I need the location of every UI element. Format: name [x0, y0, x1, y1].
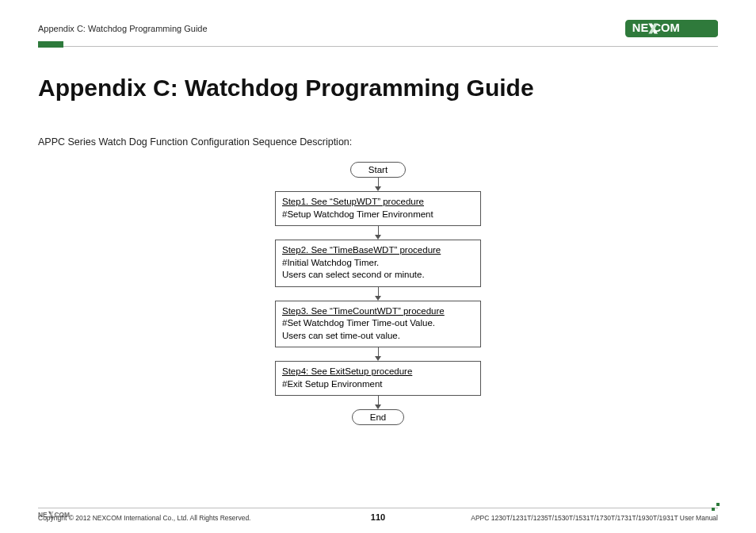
header-accent-tab [38, 41, 63, 48]
flow-step-link: Step3. See “TimeCountWDT” procedure [282, 305, 474, 318]
flow-end-node: End [352, 409, 404, 425]
header-breadcrumb: Appendix C: Watchdog Programming Guide [38, 24, 208, 33]
flow-step-3: Step3. See “TimeCountWDT” procedure #Set… [275, 301, 481, 348]
flow-step-link: Step2. See “TimeBaseWDT” procedure [282, 244, 474, 257]
page-title: Appendix C: Watchdog Programming Guide [38, 75, 718, 102]
flowchart: Start Step1. See “SetupWDT” procedure #S… [267, 162, 489, 425]
flow-step-4: Step4: See ExitSetup procedure #Exit Set… [275, 361, 481, 396]
flow-step-link: Step4: See ExitSetup procedure [282, 366, 474, 378]
flow-arrow [375, 178, 381, 191]
flow-start-node: Start [350, 162, 406, 178]
flow-arrow [375, 287, 381, 301]
svg-text:NE: NE [632, 21, 648, 34]
footer-page-number: 110 [371, 512, 385, 522]
footer-doc-ref: APPC 1230T/1231T/1235T/1530T/1531T/1730T… [471, 514, 718, 522]
header-rule [38, 41, 718, 48]
flow-step-body: #Initial Watchdog Timer. Users can selec… [282, 257, 474, 282]
flow-step-link: Step1. See “SetupWDT” procedure [282, 196, 474, 209]
intro-text: APPC Series Watch Dog Function Configura… [38, 136, 718, 148]
flow-arrow [375, 396, 381, 409]
flow-step-body: #Setup Watchdog Timer Environment [282, 209, 474, 221]
page-footer: NE COM APPC 1230T/1231T/1235T/1530T/1531… [38, 506, 718, 522]
flow-step-1: Step1. See “SetupWDT” procedure #Setup W… [275, 191, 481, 226]
document-page: Appendix C: Watchdog Programming Guide N… [0, 0, 756, 533]
flow-arrow [375, 226, 381, 240]
footer-rule [38, 506, 718, 508]
footer-accent-icon [712, 503, 720, 511]
page-header: Appendix C: Watchdog Programming Guide N… [38, 19, 718, 38]
flow-arrow [375, 347, 381, 361]
nexcom-logo-icon: NE COM [625, 20, 718, 37]
brand-logo: NE COM [625, 20, 718, 37]
flow-step-body: #Set Watchdog Timer Time-out Value.Users… [282, 317, 474, 342]
flow-step-body: #Exit Setup Environment [282, 378, 474, 391]
flow-step-2: Step2. See “TimeBaseWDT” procedure #Init… [275, 240, 481, 287]
